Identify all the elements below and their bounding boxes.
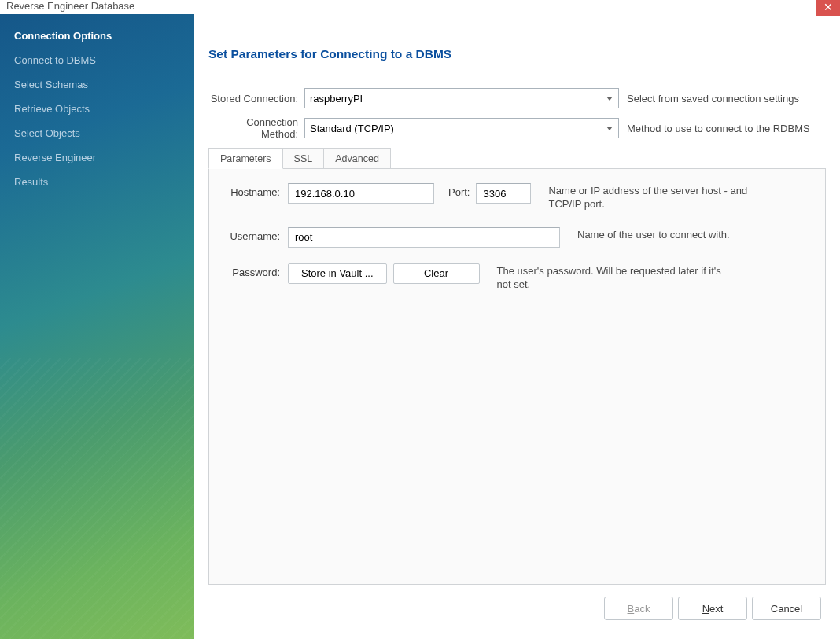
wizard-footer: Back Next Cancel xyxy=(604,597,821,620)
store-in-vault-button[interactable]: Store in Vault ... xyxy=(288,263,387,284)
password-buttons: Store in Vault ... Clear xyxy=(288,263,480,284)
back-button[interactable]: Back xyxy=(604,597,673,620)
wizard-sidebar: Connection Options Connect to DBMS Selec… xyxy=(0,14,194,639)
title-bar: Reverse Engineer Database ✕ xyxy=(0,0,840,14)
tab-parameters[interactable]: Parameters xyxy=(208,148,283,169)
sidebar-item-retrieve-objects[interactable]: Retrieve Objects xyxy=(11,98,183,123)
connection-method-select-wrap: Standard (TCP/IP) xyxy=(304,118,619,138)
connection-method-select[interactable]: Standard (TCP/IP) xyxy=(304,118,619,138)
port-input[interactable] xyxy=(476,183,531,204)
sidebar-item-connection-options[interactable]: Connection Options xyxy=(11,25,183,50)
main-container: Connection Options Connect to DBMS Selec… xyxy=(0,14,840,639)
tab-strip: Parameters SSL Advanced xyxy=(208,148,826,169)
sidebar-item-results[interactable]: Results xyxy=(11,171,183,196)
username-input[interactable] xyxy=(288,227,560,248)
stored-connection-select-wrap: raspberryPI xyxy=(304,88,619,108)
window-title: Reverse Engineer Database xyxy=(6,0,134,12)
next-button[interactable]: Next xyxy=(678,597,747,620)
tab-ssl[interactable]: SSL xyxy=(282,148,325,169)
username-label: Username: xyxy=(223,227,288,242)
stored-connection-label: Stored Connection: xyxy=(208,93,304,105)
sidebar-item-select-schemas[interactable]: Select Schemas xyxy=(11,74,183,98)
close-icon: ✕ xyxy=(823,1,833,13)
sidebar-item-connect-to-dbms[interactable]: Connect to DBMS xyxy=(11,50,183,74)
close-button[interactable]: ✕ xyxy=(816,0,840,16)
connection-method-label: Connection Method: xyxy=(208,116,304,140)
cancel-button[interactable]: Cancel xyxy=(752,597,821,620)
sidebar-item-reverse-engineer[interactable]: Reverse Engineer xyxy=(11,147,183,171)
password-label: Password: xyxy=(223,263,288,278)
sidebar-item-select-objects[interactable]: Select Objects xyxy=(11,123,183,147)
stored-connection-select[interactable]: raspberryPI xyxy=(304,88,619,108)
hostname-row: Hostname: Port: Name or IP address of th… xyxy=(223,183,811,211)
page-title: Set Parameters for Connecting to a DBMS xyxy=(208,47,826,61)
password-row: Password: Store in Vault ... Clear The u… xyxy=(223,263,811,292)
clear-password-button[interactable]: Clear xyxy=(393,263,480,284)
stored-connection-hint: Select from saved connection settings xyxy=(627,93,799,105)
connection-method-row: Connection Method: Standard (TCP/IP) Met… xyxy=(208,116,826,140)
username-row: Username: Name of the user to connect wi… xyxy=(223,227,811,248)
main-panel: Set Parameters for Connecting to a DBMS … xyxy=(194,14,840,639)
username-hint: Name of the user to connect with. xyxy=(577,227,730,242)
hostname-input[interactable] xyxy=(288,183,434,204)
hostname-label: Hostname: xyxy=(223,183,288,198)
password-hint: The user's password. Will be requested l… xyxy=(497,263,727,292)
connection-method-hint: Method to use to connect to the RDBMS xyxy=(627,123,810,134)
tab-advanced[interactable]: Advanced xyxy=(323,148,391,169)
hostname-hint: Name or IP address of the server host - … xyxy=(548,183,778,211)
stored-connection-row: Stored Connection: raspberryPI Select fr… xyxy=(208,88,826,108)
port-label: Port: xyxy=(448,183,470,198)
parameters-panel: Hostname: Port: Name or IP address of th… xyxy=(208,168,826,585)
